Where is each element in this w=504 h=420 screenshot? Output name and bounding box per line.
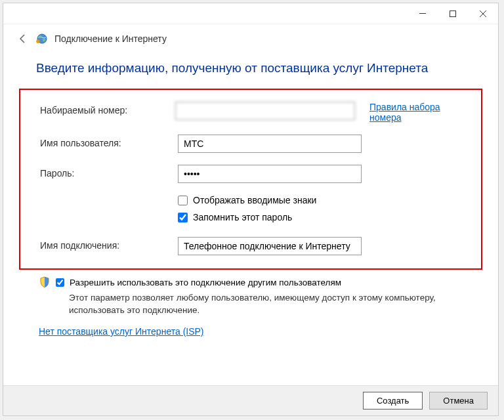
allow-others-label: Разрешить использовать это подключение д… (70, 278, 341, 287)
below-section: Разрешить использовать это подключение д… (3, 270, 498, 337)
wizard-window: Подключение к Интернету Введите информац… (3, 3, 499, 416)
back-arrow-icon[interactable] (16, 32, 30, 45)
titlebar (3, 3, 498, 24)
show-chars-checkbox[interactable] (178, 196, 188, 205)
remember-password-label: Запомнить этот пароль (193, 212, 292, 222)
window-title: Подключение к Интернету (54, 33, 167, 44)
connection-name-label: Имя подключения: (40, 237, 178, 251)
svg-point-7 (37, 40, 40, 43)
show-chars-label: Отображать вводимые знаки (193, 195, 316, 205)
svg-rect-1 (450, 10, 456, 16)
shield-icon (39, 276, 51, 288)
svg-rect-0 (419, 13, 426, 14)
remember-password-checkbox[interactable] (178, 213, 188, 222)
allow-help-text: Этот параметр позволяет любому пользоват… (69, 292, 463, 317)
username-label: Имя пользователя: (40, 135, 178, 148)
no-isp-link[interactable]: Нет поставщика услуг Интернета (ISP) (39, 326, 204, 337)
password-input[interactable] (178, 165, 362, 183)
dial-number-label: Набираемый номер: (40, 102, 175, 116)
dial-rules-link[interactable]: Правила набора номера (369, 102, 461, 123)
header-row: Подключение к Интернету (3, 24, 498, 51)
password-label: Пароль: (40, 165, 178, 178)
close-button[interactable] (468, 4, 498, 24)
username-input[interactable] (178, 135, 362, 153)
minimize-button[interactable] (408, 4, 438, 24)
page-heading: Введите информацию, полученную от постав… (3, 51, 498, 89)
cancel-button[interactable]: Отмена (429, 392, 488, 410)
form-area: Набираемый номер: Правила набора номера … (19, 89, 482, 270)
allow-others-checkbox[interactable] (56, 278, 64, 287)
svg-point-5 (39, 35, 41, 38)
footer: Создать Отмена (3, 385, 498, 415)
maximize-button[interactable] (438, 4, 468, 24)
create-button[interactable]: Создать (363, 392, 423, 410)
svg-point-6 (43, 39, 45, 41)
dial-number-input[interactable] (175, 102, 355, 120)
connection-name-input[interactable] (178, 237, 362, 255)
globe-icon (36, 33, 48, 45)
